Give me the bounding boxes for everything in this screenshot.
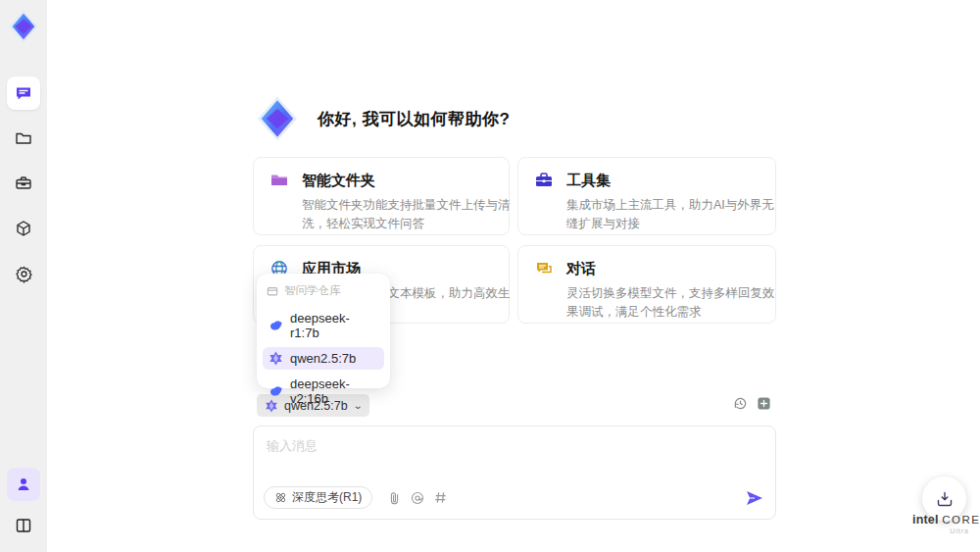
sidebar-item-toolbox[interactable] [7,167,40,200]
briefcase-icon [534,171,554,190]
model-dropdown: 智问学仓库 deepseek-r1:7b qwen2.5:7b deepseek… [257,274,390,388]
atom-icon [274,491,287,504]
card-description: 智能文件夹功能支持批量文件上传与清洗，轻松实现文件问答 [302,196,513,234]
sidebar-item-account[interactable] [7,468,40,501]
card-toolset[interactable]: 工具集 集成市场上主流工具，助力AI与外界无缝扩展与对接 [517,157,776,235]
model-option-deepseek-r1[interactable]: deepseek-r1:7b [263,307,384,344]
model-option-label: deepseek-v2:16b [290,376,378,406]
intel-brand: intel [912,513,939,527]
card-title: 工具集 [566,172,611,190]
qwen-icon [269,351,283,366]
intel-core-badge: intel core Ultra [912,513,973,534]
app-logo-icon [5,8,42,45]
message-input[interactable]: 输入消息 [267,437,318,455]
folder-icon [270,171,289,190]
deepseek-whale-icon [269,384,283,399]
new-chat-icon[interactable] [757,396,771,411]
download-icon [936,490,954,508]
intel-tier: Ultra [912,527,973,534]
sidebar-item-folders[interactable] [7,122,40,155]
chat-composer: 输入消息 深度思考(R1) [253,426,776,520]
chat-toolbar-icons [733,396,771,411]
model-option-qwen[interactable]: qwen2.5:7b [263,347,384,370]
topic-hash-icon[interactable] [434,491,447,504]
page-title: 你好, 我可以如何帮助你? [318,108,510,130]
repository-icon [267,285,278,297]
sidebar-item-settings[interactable] [7,257,40,290]
sidebar-item-panel[interactable] [7,509,40,542]
attachment-icon[interactable] [388,491,401,505]
sidebar-bottom [7,468,40,542]
composer-icons [388,491,447,505]
sidebar-item-models[interactable] [7,212,40,245]
model-option-label: deepseek-r1:7b [290,311,378,340]
deep-think-label: 深度思考(R1) [292,489,362,506]
history-icon[interactable] [733,396,748,411]
mention-icon[interactable] [411,491,424,505]
app-window: 你好, 我可以如何帮助你? 智能文件夹 智能文件夹功能支持批量文件上传与清洗，轻… [0,0,980,552]
send-button[interactable] [746,490,763,506]
model-option-label: qwen2.5:7b [290,351,356,366]
sidebar-nav [7,76,40,290]
card-chat[interactable]: 对话 灵活切换多模型文件，支持多样回复效果调试，满足个性化需求 [517,245,776,324]
model-option-deepseek-v2[interactable]: deepseek-v2:16b [263,373,384,410]
deepseek-whale-icon [269,319,283,333]
card-title: 对话 [566,260,596,278]
card-description: 灵活切换多模型文件，支持多样回复效果调试，满足个性化需求 [566,284,777,323]
model-dropdown-header: 智问学仓库 [263,281,384,304]
deep-think-button[interactable]: 深度思考(R1) [264,486,372,509]
assistant-logo-icon [253,94,302,143]
card-description: 集成市场上主流工具，助力AI与外界无缝扩展与对接 [566,196,777,234]
sidebar [0,0,47,552]
card-title: 智能文件夹 [302,172,375,190]
chat-icon [534,259,554,278]
intel-product: core [942,514,980,526]
card-smart-folder[interactable]: 智能文件夹 智能文件夹功能支持批量文件上传与清洗，轻松实现文件问答 [253,157,510,235]
composer-toolbar: 深度思考(R1) [264,486,763,509]
sidebar-item-chat[interactable] [7,76,40,110]
hero: 你好, 我可以如何帮助你? [253,94,510,143]
